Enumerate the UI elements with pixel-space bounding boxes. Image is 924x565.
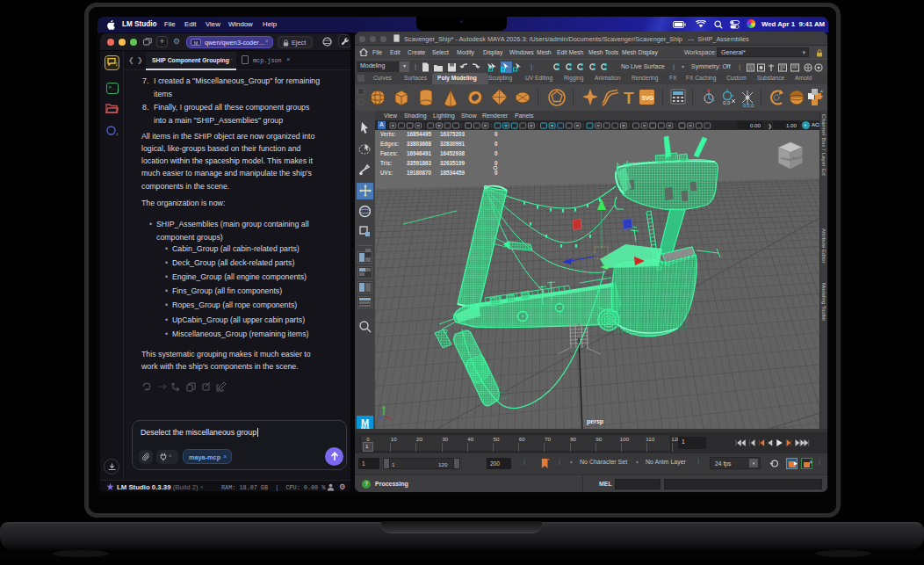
svg-text:0,0: 0,0 (723, 100, 731, 105)
svg-text:0,0,0: 0,0,0 (743, 103, 754, 108)
svg-text:T: T (624, 89, 634, 107)
svg-text:SVG: SVG (641, 94, 653, 100)
